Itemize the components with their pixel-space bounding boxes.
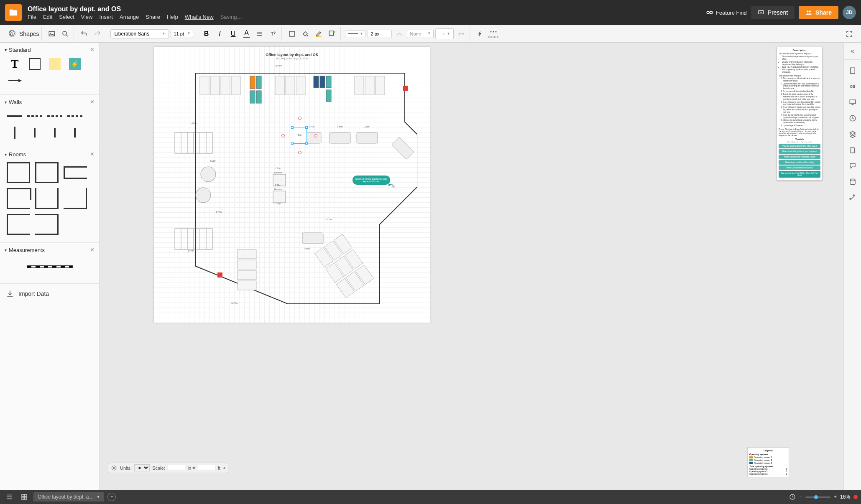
shape-wall-dot[interactable] <box>67 110 83 122</box>
swap-endpoints-button[interactable] <box>455 28 467 40</box>
line-style-select[interactable]: ▼ <box>345 30 366 37</box>
tutorial-link-4[interactable]: Watch Lucidchart basic tutorials <box>779 165 820 170</box>
tutorial-link-5[interactable]: See an example (Hold Shift + ⌘ or Ctrl, … <box>779 171 820 178</box>
collapse-units-bar[interactable]: ◂ <box>223 465 225 471</box>
tutorial-link-3[interactable]: Read about conditional formatting <box>779 160 820 165</box>
text-options-button[interactable] <box>267 28 279 40</box>
dock-comments[interactable] <box>848 161 858 171</box>
shape-note[interactable] <box>47 58 63 70</box>
image-button[interactable] <box>46 28 58 40</box>
section-measurements-header[interactable]: Measurements × <box>5 246 94 254</box>
page-list-view[interactable] <box>3 491 15 503</box>
page-grid-view[interactable] <box>18 491 30 503</box>
dock-text-formatting[interactable] <box>848 81 858 92</box>
app-logo[interactable] <box>5 4 22 21</box>
present-button[interactable]: Present <box>751 6 795 19</box>
shape-arrow[interactable] <box>7 74 23 87</box>
shape-room-L[interactable] <box>7 188 30 209</box>
redo-button[interactable] <box>92 28 103 40</box>
shape-room-2[interactable] <box>35 162 59 183</box>
menu-select[interactable]: Select <box>59 14 74 20</box>
close-section-standard[interactable]: × <box>90 46 94 53</box>
close-section-rooms[interactable]: × <box>90 150 94 158</box>
shapes-gear-button[interactable] <box>6 28 18 40</box>
shape-room-open-side[interactable] <box>7 214 30 235</box>
shape-rectangle[interactable] <box>27 58 43 70</box>
section-walls-header[interactable]: Walls × <box>5 98 94 106</box>
menu-view[interactable]: View <box>81 14 93 20</box>
menu-file[interactable]: File <box>28 14 36 20</box>
shape-room-closed[interactable] <box>7 162 30 183</box>
gear-icon[interactable] <box>111 465 118 471</box>
endpoint-right-select[interactable]: →▼ <box>435 28 454 39</box>
zoom-in-button[interactable]: + <box>834 494 837 500</box>
share-button[interactable]: Share <box>799 6 838 19</box>
shape-ruler[interactable] <box>27 260 73 273</box>
shape-wall-vert3[interactable] <box>47 127 63 139</box>
line-width-select[interactable]: 2 px <box>368 30 392 38</box>
close-section-measurements[interactable]: × <box>90 246 94 254</box>
menu-edit[interactable]: Edit <box>43 14 52 20</box>
page-tab[interactable]: Office layout by dept. a… ▼ <box>33 492 104 501</box>
dock-conditional-formatting[interactable] <box>848 193 858 203</box>
scale-input-left[interactable] <box>168 465 185 471</box>
shape-options-button[interactable] <box>326 28 338 40</box>
shape-fill-button[interactable] <box>286 28 298 40</box>
shape-room-open-r[interactable] <box>64 162 87 183</box>
import-data-button[interactable]: Import Data <box>0 283 99 304</box>
feature-find-button[interactable]: Feature Find <box>706 9 747 16</box>
tutorial-link-1[interactable]: Read about linking data to your diagrams <box>779 149 820 154</box>
record-indicator[interactable] <box>853 495 858 499</box>
menu-insert[interactable]: Insert <box>99 14 113 20</box>
section-standard-header[interactable]: Standard × <box>5 46 94 53</box>
shape-wall-vert2[interactable] <box>27 127 43 139</box>
menu-share[interactable]: Share <box>146 14 160 20</box>
dock-presentation[interactable] <box>848 97 858 107</box>
font-size-select[interactable]: 11 pt▼ <box>171 30 193 38</box>
shape-wall-solid[interactable] <box>7 110 23 122</box>
close-section-walls[interactable]: × <box>90 98 94 106</box>
zoom-slider[interactable] <box>805 496 830 498</box>
more-button[interactable] <box>488 29 499 35</box>
scale-input-right[interactable] <box>198 465 215 471</box>
add-page-button[interactable]: + <box>107 493 116 501</box>
units-select[interactable]: m <box>134 464 150 471</box>
border-color-button[interactable] <box>313 28 324 40</box>
shape-room-open-tb[interactable] <box>64 188 87 209</box>
canvas-page[interactable]: Office layout by dept. and OS JD Duffy |… <box>154 47 430 323</box>
menu-whats-new[interactable]: What's New <box>185 14 214 20</box>
zoom-out-button[interactable]: − <box>799 494 802 500</box>
search-shapes-button[interactable] <box>59 28 71 40</box>
fill-color-button[interactable] <box>299 28 311 40</box>
menu-help[interactable]: Help <box>167 14 178 20</box>
italic-button[interactable]: I <box>214 28 225 40</box>
dock-history[interactable] <box>848 113 858 123</box>
tutorial-link-0[interactable]: View the data source for this office lay… <box>779 144 820 148</box>
menu-arrange[interactable]: Arrange <box>120 14 139 20</box>
undo-button[interactable] <box>78 28 90 40</box>
callout-bubble[interactable]: Click here for the department color key … <box>353 176 390 185</box>
underline-button[interactable]: U <box>227 28 239 40</box>
document-title[interactable]: Office layout by dept. and OS <box>28 5 706 13</box>
line-arrow-button[interactable] <box>393 28 405 40</box>
selected-shape[interactable]: Text <box>292 127 307 144</box>
dock-layers[interactable] <box>848 129 858 139</box>
user-avatar[interactable]: JD <box>843 6 856 19</box>
shape-wall-vert[interactable] <box>7 127 23 139</box>
dock-shape-data[interactable] <box>848 145 858 155</box>
text-color-button[interactable]: A <box>240 28 252 40</box>
lightning-button[interactable] <box>474 28 486 40</box>
dock-collapse-button[interactable]: « <box>848 46 858 56</box>
shape-room-open-t[interactable] <box>35 188 59 209</box>
sync-icon[interactable] <box>789 494 796 500</box>
endpoint-left-select[interactable]: None▼ <box>407 30 434 38</box>
canvas-area[interactable]: Office layout by dept. and OS JD Duffy |… <box>100 43 843 490</box>
shape-action[interactable]: ⚡ <box>67 58 83 70</box>
dock-data-linking[interactable] <box>848 177 858 187</box>
shape-wall-dash2[interactable] <box>47 110 63 122</box>
section-rooms-header[interactable]: Rooms × <box>5 150 94 158</box>
bold-button[interactable]: B <box>200 28 212 40</box>
shape-room-open-side2[interactable] <box>35 214 59 235</box>
shape-text[interactable]: T <box>7 58 23 70</box>
shape-wall-dash[interactable] <box>27 110 43 122</box>
